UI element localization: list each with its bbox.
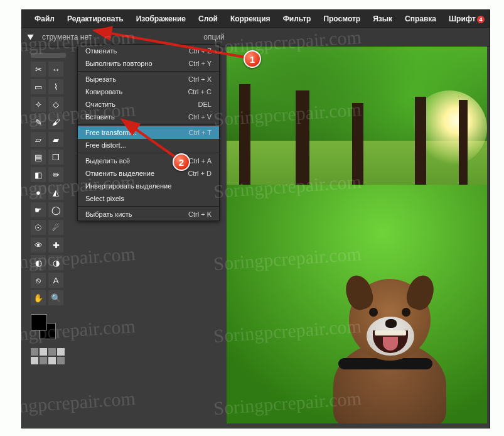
menu-item-label: Выбрать кисть — [85, 210, 132, 218]
menu-item-label: Select pixels — [85, 195, 124, 202]
menu-item-label: Вырезать — [85, 75, 116, 83]
menu-item-инвертировать-выделение[interactable]: Инвертировать выделение — [78, 180, 219, 192]
app-window: Файл Редактировать Изображение Слой Корр… — [22, 10, 490, 428]
callout-1: 1 — [244, 50, 261, 68]
menu-item-label: Free distort... — [85, 141, 126, 149]
draw-icon[interactable]: ✏ — [48, 167, 63, 182]
menu-item-shortcut: Ctrl + X — [188, 75, 212, 83]
menu-item-label: Выделить всё — [85, 157, 130, 165]
toolbox: ✂↔▭⌇✧◇✎🖌▱▰▤❒◧✏●◭☛◯☉☄👁✚◐◑⎋A✋🔍 — [31, 53, 66, 364]
menu-language[interactable]: Язык — [369, 12, 396, 26]
bloat-icon[interactable]: ◐ — [31, 255, 46, 270]
burn-icon[interactable]: ☄ — [48, 220, 63, 235]
menu-item-shortcut: DEL — [198, 101, 212, 108]
menu-item-вырезать[interactable]: ВырезатьCtrl + X — [78, 73, 219, 85]
lasso-poly-icon[interactable]: ◇ — [48, 97, 63, 112]
menubar: Файл Редактировать Изображение Слой Корр… — [22, 10, 490, 28]
sponge-icon[interactable]: ◯ — [48, 202, 63, 217]
menu-item-label: Инвертировать выделение — [85, 182, 171, 190]
menu-item-вставить[interactable]: ВставитьCtrl + V — [78, 111, 219, 123]
menu-item-отменить-выделение[interactable]: Отменить выделениеCtrl + D — [78, 167, 219, 180]
tool-grid: ✂↔▭⌇✧◇✎🖌▱▰▤❒◧✏●◭☛◯☉☄👁✚◐◑⎋A✋🔍 — [31, 62, 66, 305]
menu-item-label: Вставить — [85, 113, 115, 121]
sharpen-icon[interactable]: ◭ — [48, 185, 63, 200]
replace-color-icon[interactable]: ◧ — [31, 167, 46, 182]
lasso-icon[interactable]: ⌇ — [48, 79, 63, 94]
menu-separator — [78, 206, 219, 207]
blur-icon[interactable]: ● — [31, 185, 46, 200]
move-icon[interactable]: ↔ — [48, 62, 63, 77]
canvas-dog — [314, 266, 453, 423]
svg-line-1 — [132, 127, 179, 160]
pencil-icon[interactable]: ✎ — [31, 114, 46, 129]
menu-item-select-pixels[interactable]: Select pixels — [78, 192, 219, 205]
canvas[interactable] — [227, 46, 487, 423]
picker-icon[interactable]: ⎋ — [31, 273, 46, 288]
menu-item-label: Очистить — [85, 101, 115, 108]
crop-icon[interactable]: ✂ — [31, 62, 46, 77]
redeye-icon[interactable]: 👁 — [31, 237, 46, 253]
menu-font[interactable]: Шрифт4 — [445, 12, 488, 26]
mini-swatches[interactable] — [31, 348, 66, 364]
menu-item-выбрать-кисть[interactable]: Выбрать кистьCtrl + K — [78, 208, 219, 221]
zoom-icon[interactable]: 🔍 — [48, 290, 63, 305]
color-swatches[interactable] — [31, 314, 56, 339]
menu-item-label: Отменить выделение — [85, 170, 154, 177]
brush-icon[interactable]: 🖌 — [48, 114, 63, 129]
smudge-icon[interactable]: ☛ — [31, 202, 46, 217]
menu-help[interactable]: Справка — [401, 12, 440, 26]
menu-item-shortcut: Ctrl + K — [188, 210, 212, 218]
option-text-fragment: струмента нет — [42, 33, 92, 41]
clone-icon[interactable]: ❒ — [48, 150, 63, 165]
menu-item-shortcut: Ctrl + A — [189, 157, 212, 165]
menu-font-label: Шрифт — [449, 14, 476, 23]
pinch-icon[interactable]: ◑ — [48, 255, 63, 270]
marquee-icon[interactable]: ▭ — [31, 79, 46, 94]
menu-item-shortcut: Ctrl + C — [188, 88, 212, 95]
menu-adjust[interactable]: Коррекция — [227, 12, 274, 26]
menu-item-label: Копировать — [85, 88, 122, 95]
spot-heal-icon[interactable]: ✚ — [48, 237, 63, 253]
type-icon[interactable]: A — [48, 273, 63, 288]
menu-item-копировать[interactable]: КопироватьCtrl + C — [78, 85, 219, 98]
gradient-icon[interactable]: ▤ — [31, 150, 46, 165]
move-tool-icon[interactable] — [27, 32, 37, 42]
menu-item-shortcut: Ctrl + D — [188, 170, 212, 177]
menu-layer[interactable]: Слой — [195, 12, 222, 26]
bucket-icon[interactable]: ▰ — [48, 132, 63, 147]
menu-image[interactable]: Изображение — [132, 12, 190, 26]
hand-icon[interactable]: ✋ — [31, 290, 46, 305]
menu-item-shortcut: Ctrl + V — [188, 113, 212, 121]
svg-line-0 — [107, 33, 245, 57]
menu-item-shortcut: Ctrl + T — [189, 129, 212, 136]
callout-2: 2 — [173, 153, 190, 171]
menu-file[interactable]: Файл — [31, 12, 58, 26]
wand-icon[interactable]: ✧ — [31, 97, 46, 112]
menu-view[interactable]: Просмотр — [319, 12, 364, 26]
font-notification-badge: 4 — [477, 16, 485, 23]
annotation-arrow-1 — [100, 29, 251, 68]
menu-item-очистить[interactable]: ОчиститьDEL — [78, 98, 219, 111]
foreground-color-swatch[interactable] — [31, 314, 47, 330]
menu-separator — [78, 71, 219, 72]
toolbox-header — [31, 53, 66, 58]
menu-edit[interactable]: Редактировать — [63, 12, 127, 26]
eraser-icon[interactable]: ▱ — [31, 132, 46, 147]
dodge-icon[interactable]: ☉ — [31, 220, 46, 235]
menu-filter[interactable]: Фильтр — [279, 12, 315, 26]
